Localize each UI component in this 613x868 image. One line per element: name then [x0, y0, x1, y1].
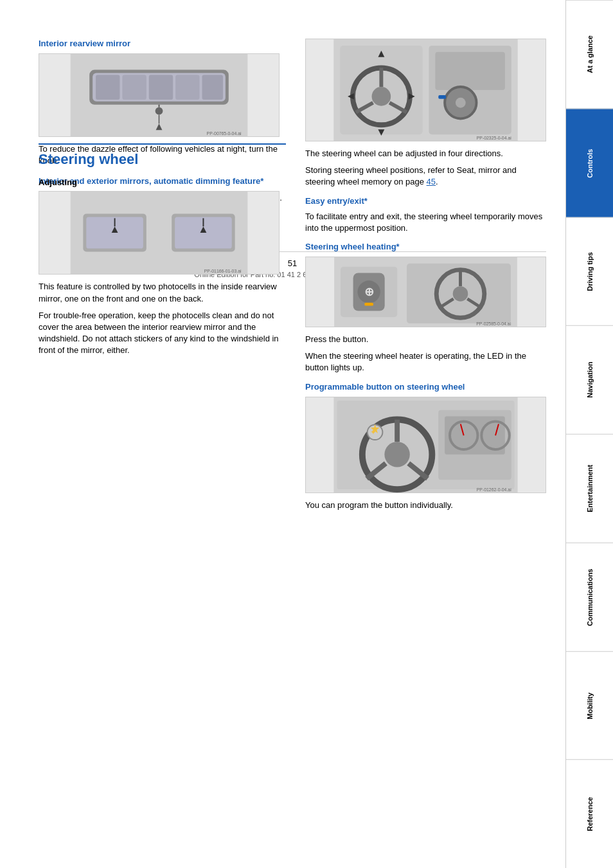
svg-text:PP-01166-01-03.ai: PP-01166-01-03.ai [204, 269, 242, 273]
easy-entry-heading: Easy entry/exit* [305, 196, 546, 206]
sidebar-tab-controls[interactable]: Controls [566, 109, 613, 217]
svg-rect-38 [438, 95, 446, 99]
svg-text:PP-02325-0-04.ai: PP-02325-0-04.ai [477, 136, 512, 140]
steering-heating-body2: When the steering wheel heater is operat… [305, 350, 546, 374]
sidebar-tab-entertainment[interactable]: Entertainment [566, 434, 613, 543]
svg-text:PP-01262-0-04.ai: PP-01262-0-04.ai [477, 487, 511, 492]
steering-heating-image: ⊕ PP-02585-0-04.ai [305, 257, 546, 327]
prog-button-image: ✦ PP-01262-0-04.ai [305, 397, 546, 493]
sidebar-tab-navigation[interactable]: Navigation [566, 325, 613, 434]
page-link-45[interactable]: 45 [427, 177, 436, 186]
steering-heating-section: Steering wheel heating* ⊕ [305, 242, 546, 374]
prog-button-section: Programmable button on steering wheel [305, 382, 546, 511]
svg-rect-4 [122, 75, 146, 99]
svg-rect-7 [202, 75, 222, 99]
easy-entry-section: Easy entry/exit* To facilitate entry and… [305, 196, 546, 234]
svg-point-37 [456, 98, 466, 108]
steering-adjust-image: PP-02325-0-04.ai [305, 39, 546, 141]
svg-rect-45 [364, 303, 373, 306]
steering-memory-ref: Storing steering wheel positions, refer … [305, 165, 546, 188]
steering-four-directions: The steering wheel can be adjusted in fo… [305, 148, 546, 159]
sidebar-tab-reference[interactable]: Reference [566, 759, 613, 868]
interior-rearview-section: Interior rearview mirror [39, 39, 280, 167]
sidebar: At a glance Controls Driving tips Naviga… [565, 0, 613, 868]
svg-point-8 [155, 107, 163, 115]
sidebar-tab-mobility[interactable]: Mobility [566, 651, 613, 760]
svg-point-26 [372, 87, 391, 106]
sidebar-tab-communications[interactable]: Communications [566, 543, 613, 651]
sidebar-tab-driving-tips[interactable]: Driving tips [566, 217, 613, 326]
svg-text:⊕: ⊕ [364, 285, 374, 298]
auto-dim-image: PP-01166-01-03.ai [39, 191, 280, 275]
prog-button-heading: Programmable button on steering wheel [305, 382, 546, 392]
svg-text:✦: ✦ [370, 428, 377, 437]
steering-heating-body1: Press the button. [305, 334, 546, 345]
auto-dimming-body1: This feature is controlled by two photoc… [39, 281, 280, 304]
sidebar-tab-at-a-glance[interactable]: At a glance [566, 0, 613, 109]
auto-dimming-section: Interior and exterior mirrors, automatic… [39, 176, 280, 356]
easy-entry-body: To facilitate entry and exit, the steeri… [305, 211, 546, 234]
auto-dimming-body2: For trouble-free operation, keep the pho… [39, 310, 280, 357]
steering-heating-heading: Steering wheel heating* [305, 242, 546, 251]
svg-rect-3 [96, 75, 120, 99]
svg-text:PP-00765-0-04.ai: PP-00765-0-04.ai [207, 131, 242, 136]
svg-point-48 [453, 286, 468, 302]
interior-rearview-heading: Interior rearview mirror [39, 39, 280, 48]
svg-rect-5 [149, 75, 173, 99]
svg-rect-35 [435, 52, 505, 90]
svg-rect-6 [175, 75, 199, 99]
svg-text:PP-02585-0-04.ai: PP-02585-0-04.ai [476, 321, 511, 326]
interior-mirror-image: PP-00765-0-04.ai [39, 53, 280, 137]
prog-button-body: You can program the button individually. [305, 500, 546, 511]
svg-point-56 [384, 442, 409, 467]
